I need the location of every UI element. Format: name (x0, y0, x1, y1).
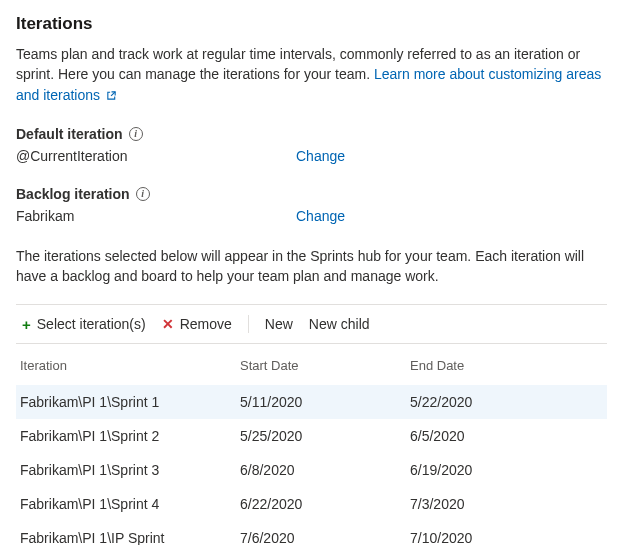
cell-start: 7/6/2020 (236, 521, 406, 545)
external-link-icon (106, 86, 117, 106)
col-start-date[interactable]: Start Date (236, 346, 406, 385)
table-row[interactable]: Fabrikam\PI 1\Sprint 15/11/20205/22/2020 (16, 385, 607, 419)
page-title: Iterations (16, 14, 607, 34)
cell-name: Fabrikam\PI 1\IP Sprint (16, 521, 236, 545)
cell-start: 6/8/2020 (236, 453, 406, 487)
backlog-iteration-value: Fabrikam (16, 208, 296, 224)
iterations-table: Iteration Start Date End Date Fabrikam\P… (16, 346, 607, 545)
backlog-iteration-label-text: Backlog iteration (16, 186, 130, 202)
cell-name: Fabrikam\PI 1\Sprint 2 (16, 419, 236, 453)
remove-button[interactable]: ✕ Remove (158, 314, 236, 334)
cell-end: 6/5/2020 (406, 419, 607, 453)
cell-start: 6/22/2020 (236, 487, 406, 521)
select-iterations-button[interactable]: + Select iteration(s) (18, 314, 150, 334)
change-default-iteration-link[interactable]: Change (296, 148, 345, 164)
table-row[interactable]: Fabrikam\PI 1\Sprint 36/8/20206/19/2020 (16, 453, 607, 487)
table-row[interactable]: Fabrikam\PI 1\Sprint 46/22/20207/3/2020 (16, 487, 607, 521)
cell-end: 7/3/2020 (406, 487, 607, 521)
toolbar: + Select iteration(s) ✕ Remove New New c… (16, 304, 607, 344)
cell-end: 7/10/2020 (406, 521, 607, 545)
cell-name: Fabrikam\PI 1\Sprint 4 (16, 487, 236, 521)
info-icon[interactable]: i (129, 127, 143, 141)
col-iteration[interactable]: Iteration (16, 346, 236, 385)
table-row[interactable]: Fabrikam\PI 1\Sprint 25/25/20206/5/2020 (16, 419, 607, 453)
table-row[interactable]: Fabrikam\PI 1\IP Sprint7/6/20207/10/2020 (16, 521, 607, 545)
cell-name: Fabrikam\PI 1\Sprint 3 (16, 453, 236, 487)
info-icon[interactable]: i (136, 187, 150, 201)
table-header-row: Iteration Start Date End Date (16, 346, 607, 385)
cell-start: 5/11/2020 (236, 385, 406, 419)
cell-end: 6/19/2020 (406, 453, 607, 487)
cell-end: 5/22/2020 (406, 385, 607, 419)
toolbar-separator (248, 315, 249, 333)
remove-label: Remove (180, 316, 232, 332)
col-end-date[interactable]: End Date (406, 346, 607, 385)
cell-name: Fabrikam\PI 1\Sprint 1 (16, 385, 236, 419)
table-description: The iterations selected below will appea… (16, 246, 607, 287)
default-iteration-label: Default iteration i (16, 126, 607, 142)
default-iteration-label-text: Default iteration (16, 126, 123, 142)
change-backlog-iteration-link[interactable]: Change (296, 208, 345, 224)
select-iterations-label: Select iteration(s) (37, 316, 146, 332)
backlog-iteration-label: Backlog iteration i (16, 186, 607, 202)
x-icon: ✕ (162, 317, 174, 331)
new-child-button[interactable]: New child (305, 314, 374, 334)
default-iteration-value: @CurrentIteration (16, 148, 296, 164)
cell-start: 5/25/2020 (236, 419, 406, 453)
plus-icon: + (22, 317, 31, 332)
intro-paragraph: Teams plan and track work at regular tim… (16, 44, 607, 106)
new-button[interactable]: New (261, 314, 297, 334)
